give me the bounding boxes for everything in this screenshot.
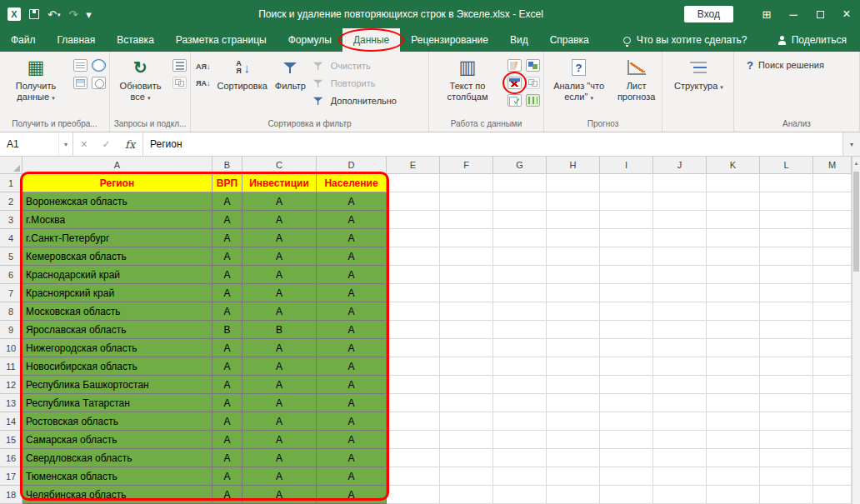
cell-F11[interactable] <box>440 357 493 376</box>
cell-K14[interactable] <box>707 412 760 431</box>
cell-G4[interactable] <box>493 229 547 247</box>
cell-E7[interactable] <box>387 284 440 302</box>
cell-H18[interactable] <box>547 486 600 504</box>
cell-I12[interactable] <box>600 376 653 394</box>
cell-F1[interactable] <box>440 174 493 192</box>
cell-B2[interactable]: А <box>212 192 242 211</box>
sort-button[interactable]: АЯ↓ Сортировка <box>214 53 269 118</box>
cell-G12[interactable] <box>493 376 547 394</box>
cancel-icon[interactable]: × <box>81 137 88 151</box>
cell-M4[interactable] <box>813 229 852 247</box>
cell-D1[interactable]: Население <box>317 174 387 192</box>
cell-B16[interactable]: А <box>212 449 242 467</box>
cell-B9[interactable]: В <box>212 321 242 339</box>
cell-F5[interactable] <box>440 247 493 266</box>
clear-filter-button[interactable]: Очистить <box>311 57 399 73</box>
cell-F6[interactable] <box>440 266 493 284</box>
cell-H11[interactable] <box>547 357 600 376</box>
cell-A7[interactable]: Красноярский край <box>22 284 212 302</box>
column-header-F[interactable]: F <box>440 157 493 174</box>
flash-fill-button[interactable] <box>505 57 523 74</box>
cell-E9[interactable] <box>387 321 440 339</box>
row-header-3[interactable]: 3 <box>0 211 22 229</box>
cell-G5[interactable] <box>493 247 547 266</box>
cell-B8[interactable]: А <box>212 302 242 321</box>
what-if-button[interactable]: ? Анализ "что если" ▾ <box>548 53 610 118</box>
maximize-button[interactable] <box>807 0 833 28</box>
cell-M5[interactable] <box>813 247 852 266</box>
relationships-button[interactable] <box>523 74 542 92</box>
column-header-C[interactable]: C <box>242 157 317 174</box>
cell-C1[interactable]: Инвестиции <box>242 174 317 192</box>
cell-M6[interactable] <box>813 266 852 284</box>
cell-E15[interactable] <box>387 431 440 449</box>
cell-L15[interactable] <box>760 431 813 449</box>
from-web-button[interactable] <box>89 57 108 74</box>
cell-M9[interactable] <box>813 321 852 339</box>
cell-I9[interactable] <box>600 321 653 339</box>
cell-B3[interactable]: А <box>212 211 242 229</box>
cell-J15[interactable] <box>653 431 707 449</box>
solver-button[interactable]: ? Поиск решения <box>740 56 831 74</box>
cell-I17[interactable] <box>600 467 653 486</box>
cell-M18[interactable] <box>813 486 852 504</box>
tab-Справка[interactable]: Справка <box>539 28 600 52</box>
share-button[interactable]: Поделиться <box>778 28 860 52</box>
cell-K18[interactable] <box>707 486 760 504</box>
cell-J11[interactable] <box>653 357 707 376</box>
cell-I1[interactable] <box>600 174 653 192</box>
tab-Разметка страницы[interactable]: Разметка страницы <box>165 28 278 52</box>
cell-F10[interactable] <box>440 339 493 357</box>
cell-J14[interactable] <box>653 412 707 431</box>
cell-A8[interactable]: Московская область <box>22 302 212 321</box>
tab-Вид[interactable]: Вид <box>499 28 539 52</box>
cell-H15[interactable] <box>547 431 600 449</box>
cell-G10[interactable] <box>493 339 547 357</box>
cell-L4[interactable] <box>760 229 813 247</box>
cell-C6[interactable]: А <box>242 266 317 284</box>
cell-I13[interactable] <box>600 394 653 412</box>
cell-L8[interactable] <box>760 302 813 321</box>
cell-L12[interactable] <box>760 376 813 394</box>
cell-L9[interactable] <box>760 321 813 339</box>
cell-M8[interactable] <box>813 302 852 321</box>
cell-C16[interactable]: А <box>242 449 317 467</box>
cell-J16[interactable] <box>653 449 707 467</box>
cell-C5[interactable]: А <box>242 247 317 266</box>
cell-I10[interactable] <box>600 339 653 357</box>
cell-A6[interactable]: Краснодарский край <box>22 266 212 284</box>
row-header-16[interactable]: 16 <box>0 449 22 467</box>
cell-K11[interactable] <box>707 357 760 376</box>
formula-input[interactable]: Регион <box>143 132 843 156</box>
cell-M16[interactable] <box>813 449 852 467</box>
row-header-10[interactable]: 10 <box>0 339 22 357</box>
cell-L16[interactable] <box>760 449 813 467</box>
cell-J18[interactable] <box>653 486 707 504</box>
cell-H1[interactable] <box>547 174 600 192</box>
cell-J2[interactable] <box>653 192 707 211</box>
cell-H4[interactable] <box>547 229 600 247</box>
cell-E2[interactable] <box>387 192 440 211</box>
cell-F15[interactable] <box>440 431 493 449</box>
cell-J17[interactable] <box>653 467 707 486</box>
cell-E17[interactable] <box>387 467 440 486</box>
cell-G6[interactable] <box>493 266 547 284</box>
sign-in-button[interactable]: Вход <box>684 6 733 22</box>
forecast-sheet-button[interactable]: Лист прогноза <box>612 53 660 118</box>
save-icon[interactable] <box>29 9 39 19</box>
customize-qat-icon[interactable]: ▾ <box>86 9 92 20</box>
cell-H6[interactable] <box>547 266 600 284</box>
column-header-H[interactable]: H <box>547 157 600 174</box>
tab-Рецензирование[interactable]: Рецензирование <box>400 28 499 52</box>
cell-J5[interactable] <box>653 247 707 266</box>
cell-M2[interactable] <box>813 192 852 211</box>
consolidate-button[interactable] <box>523 57 542 74</box>
column-header-L[interactable]: L <box>760 157 813 174</box>
cell-F12[interactable] <box>440 376 493 394</box>
cell-C14[interactable]: А <box>242 412 317 431</box>
scroll-up-icon[interactable]: ▲ <box>852 157 860 170</box>
cell-D8[interactable]: А <box>317 302 387 321</box>
row-header-14[interactable]: 14 <box>0 412 22 431</box>
cell-E13[interactable] <box>387 394 440 412</box>
cell-B11[interactable]: А <box>212 357 242 376</box>
